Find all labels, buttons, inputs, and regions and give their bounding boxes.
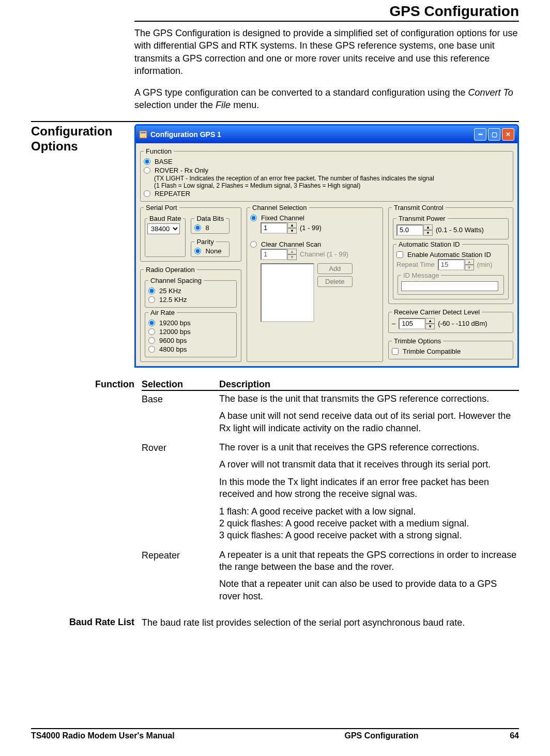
enable-auto-station-id-checkbox[interactable] [396,251,403,258]
minimize-button[interactable]: ━ [474,128,486,141]
transmit-control-group: Transmit Control Transmit Power ▲▼ (0.1 … [388,204,513,304]
baud-heading: Baud Rate List [31,617,142,629]
window-app-icon [139,130,147,139]
receive-carrier-detect-group: Receive Carrier Detect Level – ▲▼ (-60 -… [388,308,513,333]
rcd-spinner[interactable] [399,318,425,329]
function-group: Function BASE ROVER - Rx Only (TX LIGHT … [140,147,513,202]
air-4800-radio[interactable] [148,346,155,353]
tx-power-spinner[interactable] [396,224,423,236]
function-rover-radio[interactable] [144,167,150,174]
baud-rate-select[interactable]: 38400 [147,223,180,234]
air-9600-radio[interactable] [148,337,155,344]
function-row: RepeaterA repeater is a unit that repeat… [142,547,519,608]
function-selection: Rover [142,442,219,547]
delete-button: Delete [317,276,353,287]
function-description: The base is the unit that transmits the … [219,393,519,440]
section-heading-config-options: Configuration Options [31,124,134,368]
air-19200-radio[interactable] [148,320,155,326]
fixed-channel-radio[interactable] [250,215,257,221]
air-12000-radio[interactable] [148,328,155,335]
window-titlebar[interactable]: Configuration GPS 1 ━ ▢ ✕ [136,126,517,143]
function-base-radio[interactable] [144,158,150,165]
clear-channel-spinner [261,249,287,260]
function-heading: Function [31,379,142,608]
id-message-input [401,281,498,291]
function-table-header: Selection Description [142,379,519,391]
channel-listbox[interactable] [261,263,314,322]
close-button[interactable]: ✕ [502,128,514,141]
function-selection: Base [142,393,219,440]
spinner-down-icon[interactable]: ▼ [287,228,297,234]
maximize-button[interactable]: ▢ [488,128,500,141]
svg-rect-1 [141,132,146,133]
window-title-text: Configuration GPS 1 [150,130,472,139]
spinner-up-icon[interactable]: ▲ [287,222,297,228]
clear-channel-radio[interactable] [250,241,257,248]
function-description: A repeater is a unit that repeats the GP… [219,549,519,608]
serial-port-group: Serial Port Baud Rate 38400 Data Bits 8 [140,204,241,262]
spacing-25-radio[interactable] [148,288,155,294]
repeat-time-spinner [438,259,465,270]
function-row: BaseThe base is the unit that transmits … [142,391,519,440]
fixed-channel-spinner[interactable] [261,222,287,234]
radio-operation-group: Radio Operation Channel Spacing 25 KHz 1… [140,266,241,362]
databits-8-radio[interactable] [194,224,201,231]
spacing-125-radio[interactable] [148,296,155,303]
rover-help-line1: (TX LIGHT - Indicates the reception of a… [144,175,510,182]
page-footer: TS4000 Radio Modem User's Manual GPS Con… [31,728,519,740]
rover-help-line2: (1 Flash = Low signal, 2 Flashes = Mediu… [144,182,510,189]
parity-none-radio[interactable] [194,248,201,254]
function-selection: Repeater [142,549,219,608]
page-title: GPS Configuration [134,0,519,22]
config-window: Configuration GPS 1 ━ ▢ ✕ Function BASE … [134,124,519,368]
trimble-options-group: Trimble Options Trimble Compatible [388,337,513,359]
function-repeater-radio[interactable] [144,190,150,197]
function-row: RoverThe rover is a unit that receives t… [142,440,519,547]
function-description: The rover is a unit that receives the GP… [219,442,519,547]
add-button: Add [317,263,353,274]
trimble-compatible-checkbox[interactable] [392,348,399,355]
intro-text: The GPS Configuration is designed to pro… [134,22,519,112]
baud-text: The baud rate list provides selection of… [142,617,519,629]
channel-selection-group: Channel Selection Fixed Channel ▲▼ (1 - … [247,204,383,362]
